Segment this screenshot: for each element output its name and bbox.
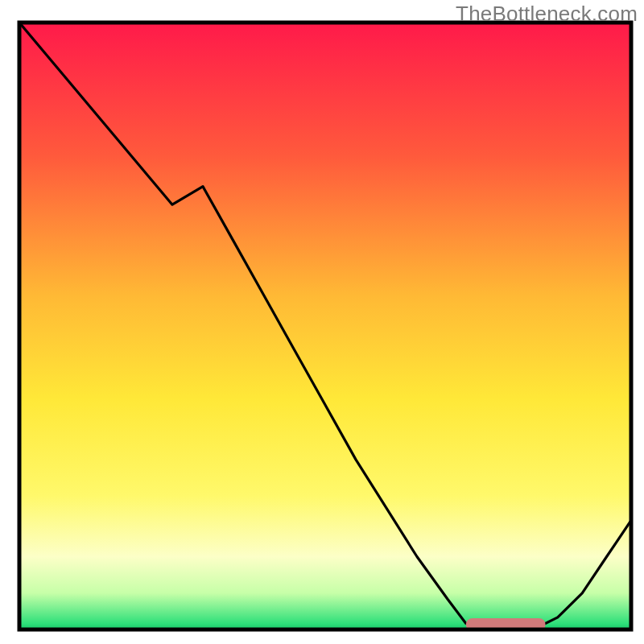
watermark-text: TheBottleneck.com <box>456 2 638 27</box>
chart-stage: TheBottleneck.com <box>0 0 644 644</box>
gradient-background <box>19 23 631 630</box>
bottleneck-chart <box>0 0 644 644</box>
